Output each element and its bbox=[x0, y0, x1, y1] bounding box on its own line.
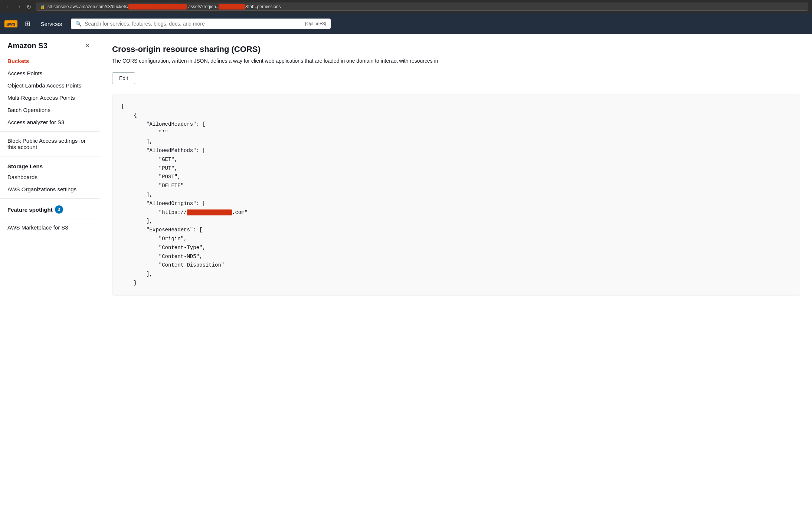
code-line-12: "AllowedOrigins": [ bbox=[121, 201, 206, 207]
sidebar-divider-2 bbox=[0, 156, 100, 156]
code-line-5: ], bbox=[121, 139, 153, 145]
feature-spotlight-badge: 3 bbox=[55, 205, 63, 214]
code-line-13-suffix: .com" bbox=[232, 209, 248, 215]
code-line-20: ], bbox=[121, 271, 153, 277]
sidebar-storage-lens-header[interactable]: Storage Lens bbox=[0, 159, 100, 171]
back-button[interactable]: ← bbox=[4, 3, 13, 10]
sidebar-divider-3 bbox=[0, 198, 100, 199]
storage-lens-label: Storage Lens bbox=[7, 163, 43, 169]
redacted-region: ████████ bbox=[219, 4, 245, 9]
code-line-11: ], bbox=[121, 192, 153, 198]
sidebar: Amazon S3 ✕ Buckets Access Points Object… bbox=[0, 34, 100, 525]
sidebar-item-marketplace[interactable]: AWS Marketplace for S3 bbox=[0, 221, 100, 234]
cors-description: The CORS configuration, written in JSON,… bbox=[112, 57, 800, 65]
code-line-4: "*" bbox=[121, 130, 168, 136]
code-line-1: [ bbox=[121, 103, 124, 109]
code-line-9: "POST", bbox=[121, 174, 181, 180]
search-input[interactable] bbox=[85, 21, 302, 27]
feature-spotlight-label: Feature spotlight bbox=[7, 207, 53, 213]
aws-logo-area: aws bbox=[4, 20, 17, 27]
services-button[interactable]: Services bbox=[38, 19, 65, 29]
sidebar-item-dashboards[interactable]: Dashboards bbox=[0, 171, 100, 183]
code-line-19: "Content-Disposition" bbox=[121, 262, 224, 268]
sidebar-divider-1 bbox=[0, 131, 100, 132]
sidebar-title: Amazon S3 bbox=[7, 42, 48, 50]
code-line-18: "Content-MD5", bbox=[121, 254, 202, 260]
code-line-13-prefix: "https:// bbox=[121, 209, 187, 215]
cors-code-block: [ { "AllowedHeaders": [ "*" ], "AllowedM… bbox=[112, 95, 800, 295]
code-line-3: "AllowedHeaders": [ bbox=[121, 121, 206, 127]
code-line-15: "ExposeHeaders": [ bbox=[121, 227, 202, 233]
code-line-14: ], bbox=[121, 218, 153, 224]
code-line-16: "Origin", bbox=[121, 236, 187, 242]
aws-navbar: aws ⊞ Services 🔍 [Option+S] bbox=[0, 13, 812, 34]
forward-button[interactable]: → bbox=[14, 3, 23, 10]
cors-title: Cross-origin resource sharing (CORS) bbox=[112, 44, 800, 54]
browser-bar: ← → ↻ 🔒 s3.console.aws.amazon.com/s3/buc… bbox=[0, 0, 812, 13]
code-line-17: "Content-Type", bbox=[121, 245, 206, 251]
sidebar-close-button[interactable]: ✕ bbox=[82, 41, 92, 50]
sidebar-item-buckets[interactable]: Buckets bbox=[0, 55, 100, 67]
sidebar-item-block-public-access[interactable]: Block Public Access settings for this ac… bbox=[0, 135, 100, 153]
address-text: s3.console.aws.amazon.com/s3/buckets/███… bbox=[48, 4, 804, 9]
redacted-origin: ██████████████ bbox=[187, 209, 232, 215]
sidebar-item-access-points[interactable]: Access Points bbox=[0, 67, 100, 79]
code-line-21: } bbox=[121, 280, 137, 286]
sidebar-nav: Buckets Access Points Object Lambda Acce… bbox=[0, 55, 100, 240]
browser-nav-buttons: ← → ↻ bbox=[4, 3, 33, 11]
grid-icon[interactable]: ⊞ bbox=[23, 18, 32, 29]
address-bar[interactable]: 🔒 s3.console.aws.amazon.com/s3/buckets/█… bbox=[36, 3, 808, 11]
sidebar-item-batch-ops[interactable]: Batch Operations bbox=[0, 104, 100, 116]
code-line-13: "https://██████████████.com" bbox=[121, 209, 248, 215]
sidebar-item-multi-region[interactable]: Multi-Region Access Points bbox=[0, 92, 100, 104]
content-panel: Cross-origin resource sharing (CORS) The… bbox=[100, 34, 812, 525]
sidebar-divider-4 bbox=[0, 218, 100, 218]
search-bar[interactable]: 🔍 [Option+S] bbox=[71, 19, 331, 29]
edit-button[interactable]: Edit bbox=[112, 72, 135, 84]
code-line-10: "DELETE" bbox=[121, 183, 184, 189]
search-icon: 🔍 bbox=[75, 21, 82, 27]
code-line-8: "PUT", bbox=[121, 165, 177, 171]
content-area: Cross-origin resource sharing (CORS) The… bbox=[100, 34, 812, 525]
search-shortcut: [Option+S] bbox=[305, 21, 326, 26]
aws-logo: aws bbox=[4, 20, 17, 27]
sidebar-item-access-analyzer[interactable]: Access analyzer for S3 bbox=[0, 116, 100, 128]
sidebar-header: Amazon S3 ✕ bbox=[0, 34, 100, 55]
refresh-button[interactable]: ↻ bbox=[24, 3, 33, 11]
lock-icon: 🔒 bbox=[40, 4, 45, 9]
code-line-7: "GET", bbox=[121, 156, 177, 162]
code-line-6: "AllowedMethods": [ bbox=[121, 148, 206, 153]
sidebar-item-object-lambda[interactable]: Object Lambda Access Points bbox=[0, 79, 100, 92]
sidebar-feature-spotlight[interactable]: Feature spotlight 3 bbox=[0, 202, 100, 215]
main-layout: Amazon S3 ✕ Buckets Access Points Object… bbox=[0, 34, 812, 525]
redacted-bucket-name: ██████████████████ bbox=[128, 4, 187, 9]
sidebar-item-aws-org-settings[interactable]: AWS Organizations settings bbox=[0, 183, 100, 195]
code-line-2: { bbox=[121, 112, 137, 118]
